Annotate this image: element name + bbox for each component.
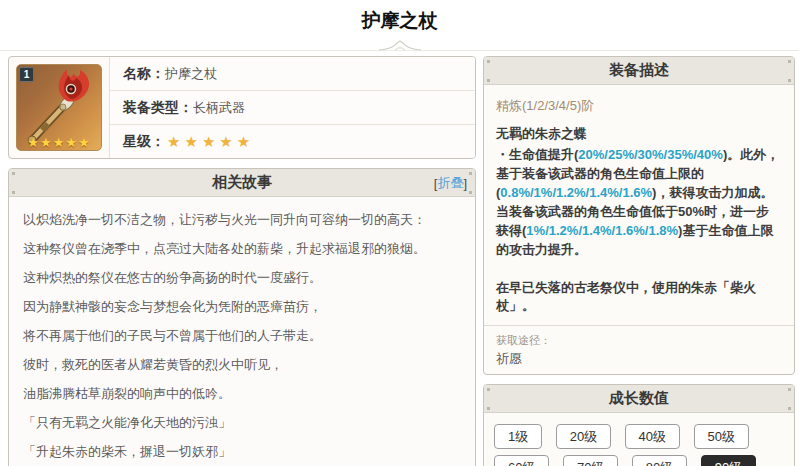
weapon-name-value: 护摩之杖: [165, 65, 217, 83]
story-paragraph: 「只有无羁之火能净化天地的污浊」: [23, 414, 461, 431]
weapon-rarity-stars: ★★★★★: [167, 133, 254, 151]
growth-body: 1级 20级 40级 50级 60级 70级 80级 90级 初始基础数值： 平…: [484, 413, 794, 466]
story-card: 相关故事 [ 折叠 ] 以炽焰洗净一切不洁之物，让污秽与火光一同升向可容纳一切的…: [8, 168, 476, 466]
weapon-rarity-row: 星级： ★★★★★: [110, 125, 475, 158]
story-collapse-control: [ 折叠 ]: [434, 169, 467, 197]
story-paragraph: 以炽焰洗净一切不洁之物，让污秽与火光一同升向可容纳一切的高天：: [23, 211, 461, 228]
story-paragraph: 将不再属于他们的子民与不曾属于他们的人子带走。: [23, 327, 461, 344]
level-button-1[interactable]: 1级: [494, 424, 542, 449]
weapon-name-row: 名称： 护摩之杖: [110, 57, 475, 91]
story-paragraph: 这种炽热的祭仪在悠古的纷争高扬的时代一度盛行。: [23, 269, 461, 286]
flavor-text: 在早已失落的古老祭仪中，使用的朱赤「柴火杖」。: [496, 279, 782, 315]
right-column: 装备描述 精炼(1/2/3/4/5)阶 无羁的朱赤之蝶 ・生命值提升(20%/2…: [483, 56, 795, 466]
refine-rank-label: 精炼(1/2/3/4/5)阶: [496, 97, 782, 115]
content-columns: 1 ★★★★★: [0, 51, 799, 466]
thumbnail-rarity-stars: ★★★★★: [17, 135, 101, 150]
level-selector: 1级 20级 40级 50级 60级 70级 80级 90级: [494, 420, 784, 466]
passive-description: ・生命值提升(20%/25%/30%/35%/40%)。此外，基于装备该武器的角…: [496, 145, 782, 259]
weapon-info-card: 1 ★★★★★: [8, 56, 476, 159]
equip-desc-card: 装备描述 精炼(1/2/3/4/5)阶 无羁的朱赤之蝶 ・生命值提升(20%/2…: [483, 56, 795, 375]
weapon-type-row: 装备类型： 长柄武器: [110, 91, 475, 125]
weapon-type-label: 装备类型：: [123, 99, 193, 117]
story-paragraph: 彼时，救死的医者从耀若黄昏的烈火中听见，: [23, 356, 461, 373]
growth-card-title: 成长数值: [609, 389, 669, 408]
source-value: 祈愿: [496, 350, 782, 368]
weapon-attribute-rows: 名称： 护摩之杖 装备类型： 长柄武器 星级： ★★★★★: [110, 57, 475, 158]
level-button-60[interactable]: 60级: [494, 455, 549, 466]
story-card-title: 相关故事: [212, 173, 272, 192]
level-button-20[interactable]: 20级: [556, 424, 611, 449]
passive-name: 无羁的朱赤之蝶: [496, 125, 782, 143]
equip-desc-title: 装备描述: [609, 61, 669, 80]
collapse-bracket-close: ]: [463, 176, 467, 191]
weapon-thumbnail: 1 ★★★★★: [16, 64, 102, 151]
weapon-rarity-label: 星级：: [123, 133, 165, 151]
story-paragraph: 这种祭仪曾在浇季中，点亮过大陆各处的薪柴，升起求福退邪的狼烟。: [23, 240, 461, 257]
divider-ornament-icon: [377, 39, 423, 52]
weapon-type-value: 长柄武器: [193, 99, 245, 117]
story-card-header: 相关故事 [ 折叠 ]: [9, 169, 475, 197]
page-root: 护摩之杖 1: [0, 0, 799, 466]
title-divider: [0, 38, 799, 51]
growth-card-header: 成长数值: [484, 385, 794, 413]
story-paragraph: 「升起朱赤的柴禾，摒退一切妖邪」: [23, 443, 461, 460]
desc-divider: [484, 325, 794, 326]
weapon-thumbnail-cell: 1 ★★★★★: [9, 57, 110, 158]
level-button-80[interactable]: 80级: [632, 455, 687, 466]
weapon-count-badge: 1: [19, 67, 34, 82]
equip-desc-header: 装备描述: [484, 57, 794, 85]
level-button-40[interactable]: 40级: [625, 424, 680, 449]
level-button-70[interactable]: 70级: [563, 455, 618, 466]
level-button-90-selected[interactable]: 90级: [701, 455, 756, 466]
story-paragraph: 因为静默神骸的妄念与梦想会化为凭附的恶瘴苗疠，: [23, 298, 461, 315]
collapse-link[interactable]: 折叠: [437, 174, 463, 192]
growth-card: 成长数值 1级 20级 40级 50级 60级 70级 80级 90级 初始基础…: [483, 384, 795, 466]
story-paragraph: 油脂沸腾枯草崩裂的响声中的低吟。: [23, 385, 461, 402]
story-body: 以炽焰洗净一切不洁之物，让污秽与火光一同升向可容纳一切的高天： 这种祭仪曾在浇季…: [9, 197, 475, 466]
page-title: 护摩之杖: [0, 0, 799, 34]
equip-desc-body: 精炼(1/2/3/4/5)阶 无羁的朱赤之蝶 ・生命值提升(20%/25%/30…: [484, 85, 794, 374]
weapon-name-label: 名称：: [123, 65, 165, 83]
source-label: 获取途径：: [496, 333, 782, 348]
level-button-50[interactable]: 50级: [694, 424, 749, 449]
left-column: 1 ★★★★★: [8, 56, 476, 466]
